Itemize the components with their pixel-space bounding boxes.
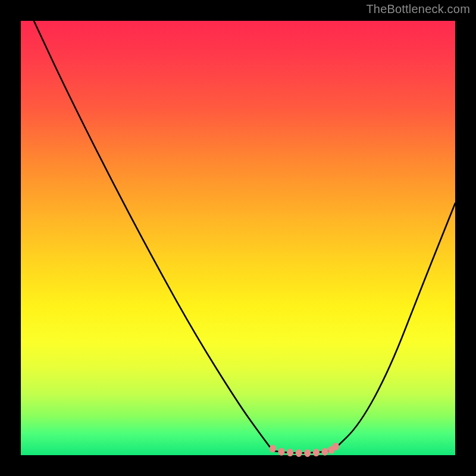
marker-dot — [304, 449, 311, 457]
bottleneck-curve — [34, 21, 455, 453]
chart-area — [21, 21, 455, 455]
marker-dot — [313, 449, 320, 456]
attribution-text: TheBottleneck.com — [366, 2, 470, 16]
chart-svg — [21, 21, 455, 455]
marker-dot — [270, 445, 276, 453]
bottleneck-markers — [270, 443, 339, 457]
marker-dot — [322, 448, 328, 456]
page-root: TheBottleneck.com — [0, 0, 476, 476]
marker-dot — [296, 449, 302, 457]
marker-dot — [278, 448, 285, 456]
marker-dot — [287, 449, 293, 456]
marker-dot — [333, 443, 339, 450]
